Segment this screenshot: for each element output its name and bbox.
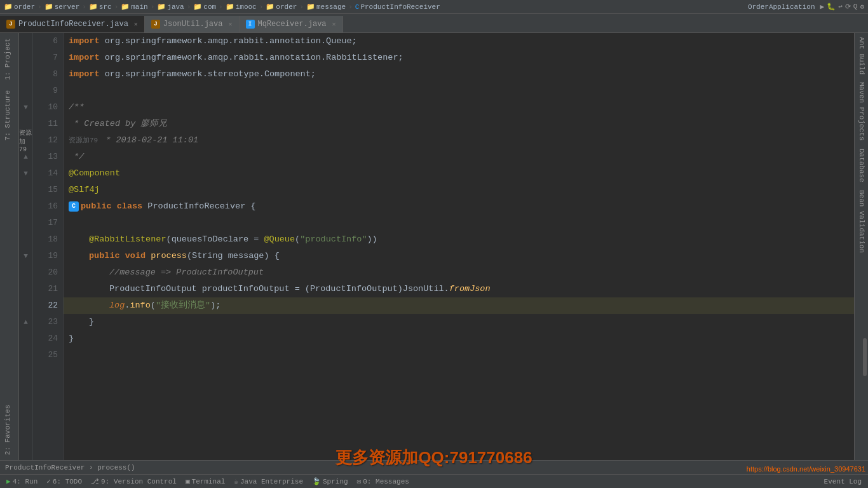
code-line-19: public void process (String message) { bbox=[64, 248, 854, 264]
code-line-22: log . info ( "接收到消息" ); bbox=[64, 297, 854, 314]
gutter-7 bbox=[19, 50, 32, 66]
refresh-icon[interactable]: ⟳ bbox=[845, 3, 851, 11]
ln-12: 12 bbox=[38, 132, 58, 149]
cmt-20: //message => ProductInfoOutput bbox=[109, 264, 264, 281]
ln-16: 16 bbox=[38, 198, 58, 215]
cmt-12: * 2018-02-21 11:01 bbox=[100, 132, 198, 149]
bc-message: message bbox=[316, 3, 346, 11]
fold-icon-13[interactable]: ▲ bbox=[24, 153, 28, 161]
code-line-21: ProductInfoOutput productInfoOutput = ( … bbox=[64, 281, 854, 297]
code-line-12: 资源加79 * 2018-02-21 11:01 bbox=[64, 132, 854, 149]
kw-class-16: class bbox=[117, 198, 148, 215]
code-line-13: */ bbox=[64, 149, 854, 165]
right-panel-maven[interactable]: Maven Projects bbox=[855, 78, 868, 144]
close-paren-21: ) bbox=[398, 281, 403, 297]
fold-icon-23[interactable]: ▲ bbox=[24, 318, 28, 326]
search-icon[interactable]: Q bbox=[853, 3, 858, 11]
ln-24: 24 bbox=[38, 330, 58, 347]
scrollbar-track[interactable] bbox=[855, 257, 868, 460]
bottom-event-log[interactable]: Event Log bbox=[820, 475, 865, 488]
ann-close-18: )) bbox=[367, 231, 377, 248]
ln-13: 13 bbox=[38, 149, 58, 165]
tab-close-1[interactable]: ✕ bbox=[134, 20, 138, 28]
cls-rabbit-listener: RabbitListener bbox=[326, 50, 398, 66]
ln-11: 11 bbox=[38, 116, 58, 132]
tab-close-2[interactable]: ✕ bbox=[228, 20, 232, 28]
bottom-terminal[interactable]: ▣ Terminal bbox=[182, 475, 229, 488]
fold-icon-10[interactable]: ▼ bbox=[24, 104, 28, 111]
bc-imooc: imooc bbox=[236, 3, 257, 11]
bottom-spring[interactable]: 🍃 Spring bbox=[308, 475, 352, 488]
bc-com: com bbox=[203, 3, 216, 11]
gutter-19[interactable]: ▼ bbox=[19, 248, 32, 264]
code-line-20: //message => ProductInfoOutput bbox=[64, 264, 854, 281]
kw-public-19: public bbox=[89, 248, 125, 264]
fold-icon-19[interactable]: ▼ bbox=[24, 252, 28, 260]
bottom-vcs[interactable]: ⎇ 9: Version Control bbox=[87, 475, 180, 488]
classname-product: ProductInfoReceiver bbox=[147, 198, 250, 215]
code-line-23: } bbox=[64, 314, 854, 330]
str-msg-22: "接收到消息" bbox=[156, 297, 210, 314]
right-panel-bean[interactable]: Bean Validation bbox=[855, 186, 868, 257]
bc-folder-icon7: 📁 bbox=[226, 3, 234, 11]
ln-23: 23 bbox=[38, 314, 58, 330]
gutter-icons: ▼ 资源加79 ▲ ▼ ▼ bbox=[19, 33, 33, 460]
scrollbar-thumb[interactable] bbox=[863, 338, 867, 376]
tab-mq-receiver[interactable]: I MqReceiver.java ✕ bbox=[240, 16, 343, 32]
code-line-6: import org.springframework.amqp.rabbit.a… bbox=[64, 33, 854, 50]
pkg-8: org.springframework.stereotype. bbox=[105, 66, 264, 83]
code-line-14: @Component bbox=[64, 165, 854, 182]
tab-json-util[interactable]: J JsonUtil.java ✕ bbox=[145, 16, 240, 32]
code-line-9 bbox=[64, 83, 854, 99]
ln-8: 8 bbox=[38, 66, 58, 83]
kw-public-16: public bbox=[81, 198, 117, 215]
spring-icon: 🍃 bbox=[312, 477, 321, 485]
gutter-6 bbox=[19, 33, 32, 50]
bottom-run[interactable]: ▶ 4: Run bbox=[3, 475, 41, 488]
fold-icon-14[interactable]: ▼ bbox=[24, 170, 28, 177]
gutter-25 bbox=[19, 347, 32, 363]
bottom-java-enterprise[interactable]: ☕ Java Enterprise bbox=[230, 475, 307, 488]
ln-18: 18 bbox=[38, 231, 58, 248]
tab-product-info-receiver[interactable]: J ProductInfoReceiver.java ✕ bbox=[0, 16, 145, 32]
code-line-7: import org.springframework.amqp.rabbit.a… bbox=[64, 50, 854, 66]
gutter-12: 资源加79 bbox=[19, 132, 32, 149]
right-panel-ant[interactable]: Ant Build bbox=[855, 33, 868, 78]
java-enterprise-label: Java Enterprise bbox=[240, 478, 303, 485]
gutter-24 bbox=[19, 330, 32, 347]
code-content[interactable]: import org.springframework.amqp.rabbit.a… bbox=[64, 33, 854, 460]
ln-9: 9 bbox=[38, 83, 58, 99]
code-line-8: import org.springframework.stereotype.Co… bbox=[64, 66, 854, 83]
tab-close-3[interactable]: ✕ bbox=[332, 20, 336, 28]
method-info-22: info bbox=[130, 297, 150, 314]
ann-paren-18: ( bbox=[295, 231, 300, 248]
undo-icon[interactable]: ↩ bbox=[838, 3, 843, 11]
bottom-todo[interactable]: ✓ 6: TODO bbox=[43, 475, 86, 488]
gutter-14[interactable]: ▼ bbox=[19, 165, 32, 182]
ln-20: 20 bbox=[38, 264, 58, 281]
left-panel-favorites[interactable]: 2: Favorites bbox=[0, 400, 18, 460]
kw-import-8: import bbox=[69, 66, 105, 83]
todo-icon: ✓ bbox=[46, 477, 51, 485]
right-panel-database[interactable]: Database bbox=[855, 145, 868, 186]
bottom-messages[interactable]: ✉ 0: Messages bbox=[353, 475, 413, 488]
left-panel-structure[interactable]: 7: Structure bbox=[0, 85, 18, 146]
debug-icon[interactable]: 🐛 bbox=[827, 3, 836, 11]
assign-21: = ( bbox=[295, 281, 310, 297]
ln-6: 6 bbox=[38, 33, 58, 50]
vcs-label: 9: Version Control bbox=[101, 478, 177, 485]
terminal-label: Terminal bbox=[192, 478, 226, 485]
kw-import-7: import bbox=[69, 50, 105, 66]
left-panel-tabs: 1: Project 7: Structure 2: Favorites bbox=[0, 33, 19, 460]
kw-void-19: void bbox=[125, 248, 151, 264]
gutter-10[interactable]: ▼ bbox=[19, 99, 32, 116]
bc-order2: order bbox=[276, 3, 297, 11]
resource-note: 资源加79 bbox=[69, 132, 98, 149]
c-class-badge: C bbox=[69, 201, 79, 212]
left-panel-project[interactable]: 1: Project bbox=[0, 33, 18, 85]
gutter-23[interactable]: ▲ bbox=[19, 314, 32, 330]
settings-icon[interactable]: ⚙ bbox=[860, 3, 864, 11]
cast-21: ProductInfoOutput bbox=[310, 281, 398, 297]
run-icon[interactable]: ▶ bbox=[820, 3, 825, 11]
bc-folder-icon: 📁 bbox=[4, 3, 13, 11]
